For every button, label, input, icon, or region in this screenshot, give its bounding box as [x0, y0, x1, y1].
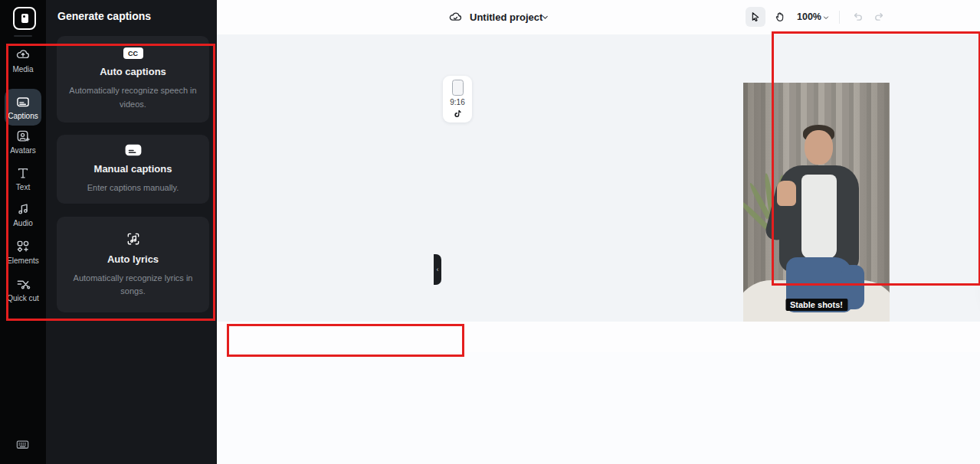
manual-captions-icon [125, 144, 142, 156]
sidebar-item-label: Quick cut [7, 294, 39, 302]
elements-icon [15, 239, 31, 254]
auto-lyrics-icon [126, 231, 141, 247]
sidebar-item-audio[interactable]: Audio [0, 201, 46, 227]
text-icon [15, 165, 31, 181]
quick-cut-icon [15, 276, 31, 292]
select-tool-button[interactable] [746, 7, 765, 27]
person-hand [777, 181, 796, 206]
sidebar-item-label: Audio [13, 219, 33, 227]
hand-icon [774, 11, 786, 23]
card-description: Automatically recognize lyrics in songs. [69, 272, 197, 298]
rail-divider [14, 35, 32, 37]
caption-overlay: Stable shots! [785, 299, 847, 311]
music-note-icon [15, 201, 31, 217]
sidebar-item-label: Avatars [10, 146, 36, 155]
project-name[interactable]: Untitled project [470, 11, 542, 23]
sidebar-item-captions[interactable]: Captions [5, 89, 41, 126]
captions-icon [15, 94, 31, 109]
collapse-panel-handle[interactable]: ‹ [434, 254, 441, 285]
timeline-area: 00:00 00:10 00:20 00:30 00:07:05 [217, 352, 980, 464]
keyboard-shortcuts-button[interactable] [15, 437, 30, 452]
redo-icon[interactable] [873, 10, 887, 24]
avatars-icon [15, 129, 31, 144]
panel-title: Generate captions [57, 10, 151, 22]
sidebar-item-text[interactable]: Text [0, 165, 46, 191]
card-description: Enter captions manually. [87, 181, 179, 194]
card-title: Manual captions [94, 163, 172, 175]
auto-captions-icon: CC [123, 47, 143, 59]
chevron-down-icon[interactable] [541, 13, 549, 21]
sidebar-item-label: Text [16, 183, 30, 191]
cursor-icon [749, 11, 762, 23]
top-bar: Untitled project 100% Export [217, 0, 980, 34]
app-logo[interactable] [13, 7, 36, 30]
sidebar-item-elements[interactable]: Elements [0, 239, 46, 265]
auto-lyrics-card[interactable]: Auto lyrics Automatically recognize lyri… [57, 217, 209, 312]
card-title: Auto lyrics [107, 253, 159, 265]
auto-captions-card[interactable]: CC Auto captions Automatically recognize… [57, 36, 209, 123]
aspect-ratio-label: 9:16 [450, 98, 464, 106]
person-tshirt [801, 175, 837, 259]
timeline-toolbar: 00:00:00 | 00:31:26 [217, 322, 980, 353]
cloud-sync-icon [448, 10, 463, 25]
person-head [805, 130, 833, 165]
toolbar-divider [839, 11, 840, 24]
chevron-down-icon[interactable] [822, 14, 830, 21]
hand-tool-button[interactable] [770, 7, 790, 27]
sidebar-item-label: Captions [8, 112, 38, 120]
sidebar-item-quick-cut[interactable]: Quick cut [0, 276, 46, 302]
zoom-level[interactable]: 100% [797, 11, 821, 22]
sidebar-item-label: Media [12, 65, 33, 74]
card-description: Automatically recognize speech in videos… [69, 84, 197, 110]
sidebar-item-avatars[interactable]: Avatars [0, 129, 46, 155]
sidebar-item-label: Elements [7, 257, 39, 265]
video-preview[interactable]: Stable shots! [743, 83, 890, 341]
nav-rail: Media Captions Avatars Text Audio Elemen… [0, 0, 46, 464]
preview-area: 9:16 ‹ Stable shots! Smart tools ✕ [217, 34, 980, 322]
captions-panel: Generate captions CC Auto captions Autom… [46, 0, 217, 464]
media-upload-icon [15, 47, 31, 63]
aspect-ratio-card[interactable]: 9:16 [443, 76, 472, 123]
tiktok-icon [453, 109, 462, 119]
manual-captions-card[interactable]: Manual captions Enter captions manually. [57, 135, 209, 204]
undo-icon[interactable] [851, 10, 864, 24]
card-title: Auto captions [100, 66, 166, 77]
sidebar-item-media[interactable]: Media [0, 47, 46, 74]
phone-icon [452, 80, 464, 96]
